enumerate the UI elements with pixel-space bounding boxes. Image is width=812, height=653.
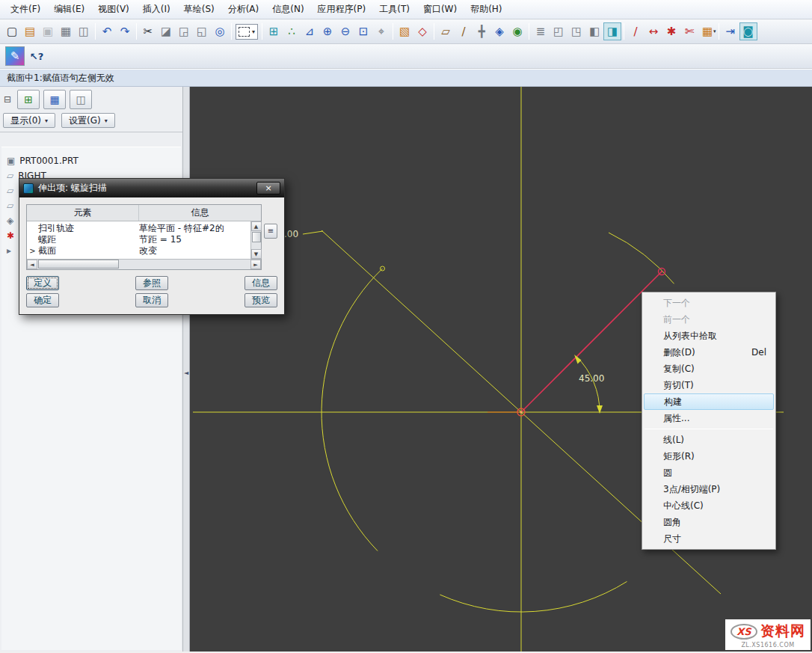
scroll-down-icon[interactable]: ▼	[251, 249, 262, 259]
print-icon[interactable]: ▦	[57, 22, 75, 40]
view-manager-icon[interactable]: ◨	[603, 22, 621, 40]
chevron-down-icon[interactable]: ▾	[713, 28, 716, 34]
cut-icon[interactable]: ✂	[139, 22, 157, 40]
menu-help[interactable]: 帮助(H)	[464, 0, 508, 19]
scroll-up-icon[interactable]: ▲	[251, 221, 262, 231]
menu-item-cut[interactable]: 剪切(T)	[642, 377, 775, 393]
info-list-button[interactable]: ≡	[264, 224, 277, 239]
sketch-trim-icon[interactable]: ✄	[680, 22, 698, 40]
shade-closed-loops-icon[interactable]: ▧	[396, 22, 413, 40]
constraint-display-icon[interactable]: ⊿	[301, 22, 319, 40]
menu-item-3point-tangent[interactable]: 3点/相切端(P)	[642, 481, 775, 497]
menu-window[interactable]: 窗口(W)	[417, 0, 463, 19]
collapse-panel-icon[interactable]: ◄	[184, 370, 188, 376]
zoom-window-icon[interactable]: ⌖	[372, 22, 390, 40]
tree-filter-tab-icon[interactable]: ◫	[70, 90, 92, 109]
selected-line[interactable]	[521, 272, 662, 412]
menu-analysis[interactable]: 分析(A)	[222, 0, 265, 19]
datum-planes-icon[interactable]: ▱	[437, 22, 455, 40]
csys-display-icon[interactable]: ◈	[490, 22, 508, 40]
menu-item-line[interactable]: 线(L)	[642, 432, 775, 448]
menu-item-fillet[interactable]: 圆角	[642, 514, 775, 530]
angle-dimension-arc[interactable]	[576, 357, 600, 412]
scroll-left-icon[interactable]: ◄	[27, 260, 37, 269]
menu-item-next[interactable]: 下一个	[642, 295, 775, 311]
menu-insert[interactable]: 插入(I)	[137, 0, 176, 19]
menu-item-copy[interactable]: 复制(C)	[642, 361, 775, 377]
paste-icon[interactable]: ◲	[175, 22, 193, 40]
vertical-scrollbar[interactable]: ▲ ▼	[250, 221, 261, 259]
ok-button[interactable]: 确定	[26, 293, 59, 307]
redo-icon[interactable]: ↷	[116, 22, 134, 40]
context-help-icon[interactable]: ↖?	[27, 47, 46, 65]
close-icon[interactable]: ×	[256, 182, 280, 194]
menu-info[interactable]: 信息(N)	[266, 0, 310, 19]
info-button[interactable]: 信息	[244, 276, 277, 290]
define-button[interactable]: 定义	[26, 276, 59, 290]
menu-file[interactable]: 文件(F)	[4, 0, 46, 19]
window-tile-1-icon[interactable]: ◰	[550, 22, 568, 40]
sketch-line-icon[interactable]: ∕	[627, 22, 645, 40]
show-dropdown-button[interactable]: 显示(0) ▾	[3, 113, 55, 128]
refit-icon[interactable]: ⊡	[354, 22, 372, 40]
menu-edit[interactable]: 编辑(E)	[48, 0, 90, 19]
highlight-open-ends-icon[interactable]: ◇	[413, 22, 431, 40]
tree-item-part[interactable]: ▣ PRT0001.PRT	[1, 153, 181, 168]
chevron-down-icon[interactable]: ▾	[252, 28, 255, 35]
print-preview-icon[interactable]: ◫	[75, 22, 93, 40]
menu-item-pick-from-list[interactable]: 从列表中拾取	[642, 328, 775, 344]
settings-dropdown-button[interactable]: 设置(G) ▾	[61, 113, 115, 128]
menu-item-rectangle[interactable]: 矩形(R)	[642, 448, 775, 465]
menu-view[interactable]: 视图(V)	[92, 0, 135, 19]
preview-button[interactable]: 预览	[244, 293, 277, 307]
construction-arc-bottom[interactable]	[440, 581, 627, 612]
find-icon[interactable]: ◎	[211, 22, 229, 40]
menu-item-dimension[interactable]: 尺寸	[642, 530, 775, 547]
truncated-dimension-value[interactable]: .00	[284, 229, 298, 239]
cancel-button[interactable]: 取消	[135, 293, 168, 307]
menu-item-construct[interactable]: 构建	[644, 393, 774, 410]
window-tile-2-icon[interactable]: ◳	[568, 22, 585, 40]
save-icon[interactable]: ▣	[39, 22, 57, 40]
construction-arc-left[interactable]	[322, 269, 382, 551]
tree-columns-icon[interactable]: ⊟	[1, 93, 13, 105]
spin-center-icon[interactable]: ◉	[508, 22, 526, 40]
scrollbar-thumb[interactable]	[252, 232, 261, 242]
menu-applications[interactable]: 应用程序(P)	[312, 0, 372, 19]
continue-section-icon[interactable]: ⇥	[722, 22, 739, 40]
menu-sketch[interactable]: 草绘(S)	[178, 0, 221, 19]
model-tree-tab-icon[interactable]: ⊞	[17, 90, 40, 109]
table-row[interactable]: > 截面 改变	[27, 245, 250, 257]
dialog-titlebar[interactable]: 伸出项: 螺旋扫描 ×	[19, 179, 284, 197]
sketch-dimension-icon[interactable]: ↔	[645, 22, 662, 40]
menu-tools[interactable]: 工具(T)	[373, 0, 416, 19]
undo-icon[interactable]: ↶	[98, 22, 116, 40]
sketch-modify-icon[interactable]: ✱	[662, 22, 680, 40]
menu-item-previous[interactable]: 前一个	[642, 311, 775, 328]
angle-dimension-value[interactable]: 45.00	[579, 373, 604, 384]
menu-item-centerline[interactable]: 中心线(C)	[642, 497, 775, 514]
scroll-right-icon[interactable]: ►	[250, 260, 261, 269]
new-file-icon[interactable]: ▢	[3, 22, 21, 40]
table-row[interactable]: 扫引轨迹 草绘平面 - 特征#2的	[27, 223, 250, 234]
layers-icon[interactable]: ≣	[532, 22, 550, 40]
open-folder-icon[interactable]: ▤	[21, 22, 39, 40]
copy-icon[interactable]: ◪	[157, 22, 175, 40]
datum-axes-icon[interactable]: ∕	[455, 22, 473, 40]
construction-arc-upper-right[interactable]	[609, 233, 674, 283]
selection-filter[interactable]: ▾	[236, 24, 258, 40]
datum-points-icon[interactable]: ╋	[473, 22, 490, 40]
scrollbar-thumb[interactable]	[38, 260, 119, 269]
table-row[interactable]: 螺距 节距 = 15	[27, 234, 250, 245]
menu-item-properties[interactable]: 属性...	[642, 410, 775, 426]
paste-special-icon[interactable]: ◱	[193, 22, 211, 40]
sketch-tool-icon[interactable]: ✎	[5, 46, 25, 66]
panel-splitter[interactable]: ◄	[183, 87, 190, 652]
zoom-in-icon[interactable]: ⊕	[319, 22, 336, 40]
menu-item-circle[interactable]: 圆	[642, 465, 775, 481]
menu-item-delete[interactable]: 删除(D) Del	[642, 344, 775, 361]
layer-tree-tab-icon[interactable]: ▦	[43, 90, 66, 109]
horizontal-scrollbar[interactable]: ◄ ►	[27, 259, 261, 269]
sketch-grid-toggle-icon[interactable]: ⊞	[265, 22, 283, 40]
vertex-display-icon[interactable]: ∴	[283, 22, 301, 40]
